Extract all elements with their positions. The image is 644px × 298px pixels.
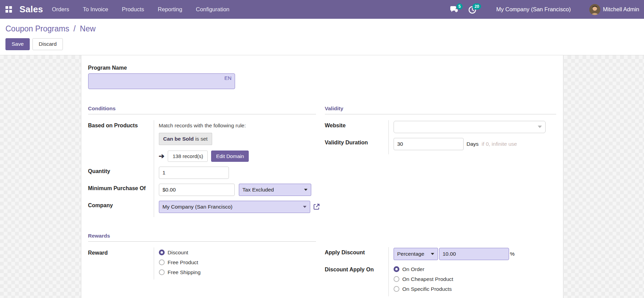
validity-duration-label: Validity Duration — [325, 137, 388, 154]
apply-on-option-cheapest[interactable]: On Cheapest Product — [394, 276, 556, 282]
validity-duration-input[interactable] — [394, 138, 464, 150]
save-button[interactable]: Save — [5, 38, 30, 50]
min-purchase-field: Tax Excluded — [154, 183, 320, 200]
apply-discount-label: Apply Discount — [325, 247, 388, 264]
rewards-row: Rewards Reward Discount — [88, 233, 556, 298]
conditions-validity-row: Conditions Based on Products Match recor… — [88, 105, 556, 217]
language-badge[interactable]: EN — [224, 75, 232, 81]
based-on-products-label: Based on Products — [88, 120, 154, 166]
company-switcher[interactable]: My Company (San Francisco) — [496, 6, 571, 13]
messages-icon[interactable]: 5 — [450, 5, 460, 14]
discount-apply-on-radio-group: On Order On Cheapest Product On Specific… — [394, 265, 556, 292]
validity-heading: Validity — [325, 105, 556, 114]
program-name-wrap: EN — [88, 73, 235, 89]
user-menu[interactable]: Mitchell Admin — [589, 4, 639, 15]
menu-item-reporting[interactable]: Reporting — [158, 6, 182, 13]
company-select[interactable]: My Company (San Francisco) — [159, 201, 310, 213]
main-menu: Orders To Invoice Products Reporting Con… — [52, 6, 230, 13]
breadcrumb-separator: / — [73, 24, 76, 33]
apply-on-option-specific[interactable]: On Specific Products — [394, 286, 556, 292]
quantity-input[interactable] — [159, 167, 229, 179]
rule-operator: is set — [195, 136, 207, 142]
apply-on-option-label: On Order — [402, 266, 425, 272]
apply-on-option-order[interactable]: On Order — [394, 266, 556, 272]
quantity-field — [154, 166, 320, 183]
discount-mode-value: Percentage — [397, 251, 424, 257]
rule-intro-text: Match records with the following rule: — [159, 121, 320, 129]
reward-option-discount[interactable]: Discount — [159, 250, 316, 256]
min-purchase-input[interactable] — [159, 184, 235, 196]
user-name: Mitchell Admin — [603, 6, 639, 13]
rewards-table: Reward Discount Free Product — [88, 247, 316, 280]
menu-item-products[interactable]: Products — [122, 6, 144, 13]
company-label: Company — [88, 200, 154, 217]
conditions-table: Based on Products Match records with the… — [88, 120, 316, 217]
menu-item-to-invoice[interactable]: To Invoice — [83, 6, 108, 13]
program-name-input[interactable] — [88, 73, 235, 89]
discount-settings-table: Apply Discount Percentage % — [325, 247, 556, 298]
conditions-heading: Conditions — [88, 105, 316, 114]
page: Sales Orders To Invoice Products Reporti… — [0, 0, 644, 298]
rule-field-name: Can be Sold — [163, 136, 194, 142]
discount-apply-on-field: On Order On Cheapest Product On Specific… — [388, 264, 556, 296]
grid-square — [5, 6, 8, 9]
form-sheet: Program Name EN Conditions Based on Prod… — [81, 55, 563, 298]
radio-icon — [159, 269, 165, 275]
percent-suffix: % — [510, 251, 515, 257]
discount-settings-group: Apply Discount Percentage % — [325, 233, 556, 298]
top-nav: Sales Orders To Invoice Products Reporti… — [0, 0, 644, 19]
reward-option-label: Discount — [168, 250, 188, 256]
discount-mode-select[interactable]: Percentage — [394, 248, 438, 260]
app-brand[interactable]: Sales — [19, 4, 43, 15]
reward-field: Discount Free Product Free Shipping — [154, 247, 316, 280]
menu-item-orders[interactable]: Orders — [52, 6, 69, 13]
domain-rule-chip[interactable]: Can be Sold is set — [159, 133, 212, 145]
apply-on-option-label: On Specific Products — [402, 286, 452, 292]
company-value: My Company (San Francisco) — [163, 204, 233, 210]
radio-icon — [159, 259, 165, 265]
grid-square — [9, 10, 12, 13]
radio-checked-icon — [394, 266, 399, 272]
discount-apply-on-label: Discount Apply On — [325, 264, 388, 296]
radio-icon — [394, 276, 399, 282]
apply-on-option-label: On Cheapest Product — [402, 276, 453, 282]
tax-mode-select[interactable]: Tax Excluded — [239, 184, 311, 196]
external-link-icon[interactable] — [313, 203, 320, 210]
menu-item-configuration[interactable]: Configuration — [196, 6, 229, 13]
company-field: My Company (San Francisco) — [154, 200, 320, 217]
arrow-right-icon: ➔ — [159, 153, 165, 159]
reward-option-free-product[interactable]: Free Product — [159, 259, 316, 266]
apps-grid-icon[interactable] — [5, 6, 12, 13]
website-label: Website — [325, 120, 388, 137]
breadcrumb: Coupon Programs / New — [5, 24, 639, 33]
avatar — [589, 4, 600, 15]
records-count-button[interactable]: 138 record(s) — [168, 151, 208, 162]
edit-domain-button[interactable]: Edit Domain — [211, 151, 249, 162]
quantity-label: Quantity — [88, 166, 154, 183]
rewards-group: Rewards Reward Discount — [88, 233, 316, 298]
discard-button[interactable]: Discard — [32, 38, 63, 50]
chevron-down-icon — [304, 189, 307, 191]
radio-icon — [394, 286, 399, 292]
duration-unit: Days — [467, 141, 479, 147]
grid-square — [9, 6, 12, 9]
conditions-group: Conditions Based on Products Match recor… — [88, 105, 316, 217]
activities-icon[interactable]: 20 — [468, 5, 478, 14]
reward-radio-group: Discount Free Product Free Shipping — [159, 248, 316, 275]
validity-duration-field: Days if 0, infinite use — [388, 137, 556, 154]
based-on-products-field: Match records with the following rule: C… — [154, 120, 320, 166]
rewards-heading: Rewards — [88, 233, 316, 242]
website-select[interactable] — [394, 121, 546, 133]
validity-table: Website Validity Duration Days — [325, 120, 556, 154]
discount-value-input[interactable] — [439, 248, 509, 260]
apply-discount-field: Percentage % — [388, 247, 556, 264]
grid-square — [5, 10, 8, 13]
website-field — [388, 120, 556, 137]
validity-group: Validity Website Validity Duration — [325, 105, 556, 217]
messages-badge: 5 — [456, 3, 463, 10]
breadcrumb-parent[interactable]: Coupon Programs — [5, 24, 69, 33]
reward-option-free-shipping[interactable]: Free Shipping — [159, 269, 316, 275]
form-background: Program Name EN Conditions Based on Prod… — [0, 55, 644, 298]
control-panel: Coupon Programs / New Save Discard — [0, 19, 644, 55]
breadcrumb-current: New — [80, 24, 96, 33]
